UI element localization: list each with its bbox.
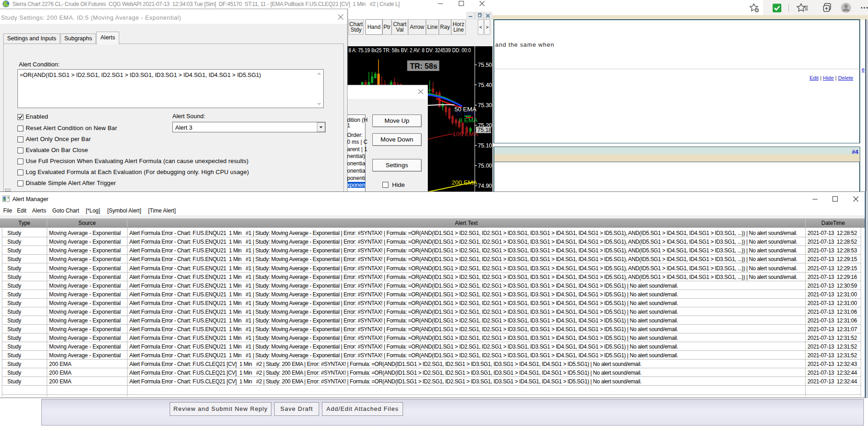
svg-text:74.90: 74.90 (478, 183, 492, 189)
svg-text:75.30: 75.30 (478, 102, 492, 109)
svg-text:TR: 58s: TR: 58s (410, 62, 437, 70)
svg-text:75.40: 75.40 (478, 82, 492, 88)
svg-text:100 EMA: 100 EMA (453, 131, 478, 137)
svg-text:200 EMA: 200 EMA (452, 179, 477, 186)
svg-text:75.18: 75.18 (477, 127, 492, 133)
svg-text:8 A: 75.19 8x25 TR: 58s BV: 2: 8 A: 75.19 8x25 TR: 58s BV: 2 AV: 8 DV: … (348, 47, 471, 54)
svg-text:75.50: 75.50 (478, 62, 492, 68)
svg-text:75.00: 75.00 (478, 163, 492, 169)
svg-text:75.10: 75.10 (478, 142, 492, 149)
